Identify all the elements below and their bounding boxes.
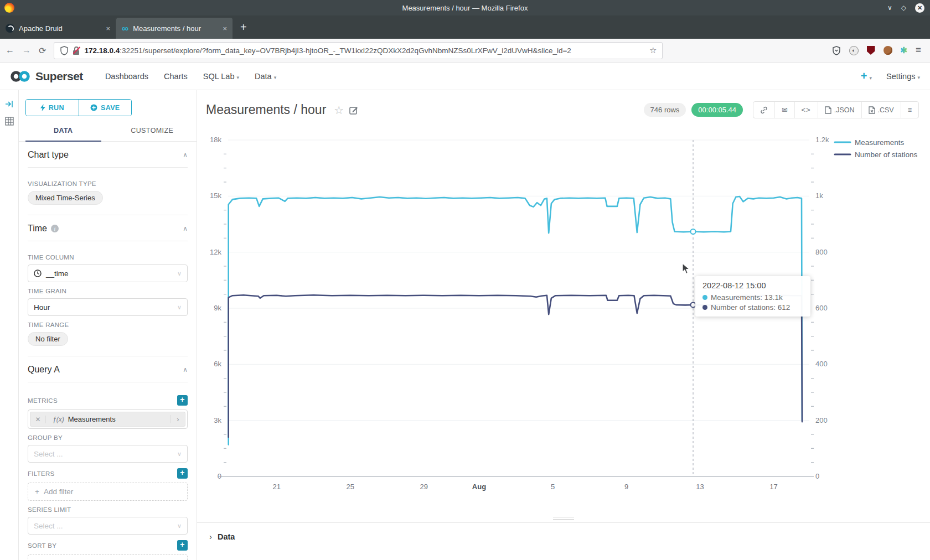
tab-label: Measurements / hour (133, 24, 218, 33)
url-text[interactable]: 172.18.0.4:32251/superset/explore/?form_… (84, 46, 645, 55)
svg-text:Number of stations: Number of stations (855, 151, 918, 159)
remove-metric-icon[interactable]: ✕ (30, 416, 46, 423)
data-results-panel[interactable]: › Data (197, 522, 930, 541)
row-count-badge: 746 rows (644, 103, 686, 117)
add-filter-dropzone[interactable]: +Add filter (28, 483, 188, 501)
reload-icon[interactable]: ⟳ (39, 45, 46, 56)
svg-text:21: 21 (273, 483, 281, 491)
plus-circle-icon (90, 104, 97, 111)
tracking-shield-icon[interactable] (60, 46, 69, 55)
embed-code-button[interactable]: <> (795, 102, 818, 118)
tooltip-row-stations: Number of stations: 612 (702, 303, 803, 312)
add-sort-metric-dropzone[interactable]: +Add metric (28, 554, 188, 560)
chevron-right-icon[interactable]: › (209, 532, 212, 541)
time-range-value[interactable]: No filter (28, 332, 68, 346)
metrics-box: ✕ ƒ(x) Measurements › (28, 409, 188, 429)
url-bar[interactable]: 172.18.0.4:32251/superset/explore/?form_… (54, 42, 663, 59)
new-item-button[interactable]: +▾ (861, 70, 872, 82)
superset-infinity-icon (10, 70, 31, 83)
ublock-icon[interactable] (867, 46, 875, 55)
back-icon[interactable]: ← (6, 45, 14, 55)
browser-toolbar: ← → ⟳ 172.18.0.4:32251/superset/explore/… (0, 39, 930, 63)
expand-panel-icon[interactable] (5, 100, 14, 108)
export-csv-button[interactable]: .CSV (862, 102, 901, 118)
tab-label: Apache Druid (19, 24, 101, 33)
chevron-right-icon[interactable]: › (170, 415, 185, 423)
time-grain-select[interactable]: Hour ∨ (28, 298, 188, 316)
tab-close-icon[interactable]: × (106, 24, 110, 33)
settings-menu[interactable]: Settings▾ (886, 72, 920, 81)
control-panel: RUN SAVE DATA CUSTOMIZE Chart type ∧ VIS… (19, 90, 197, 560)
menu-icon[interactable]: ≡ (916, 45, 921, 56)
svg-text:18k: 18k (210, 136, 221, 144)
time-grain-label: TIME GRAIN (28, 288, 188, 294)
save-button[interactable]: SAVE (79, 100, 132, 116)
superset-navbar: Superset Dashboards Charts SQL Lab▾ Data… (0, 63, 930, 90)
brand-name: Superset (35, 70, 83, 83)
metric-chip-measurements[interactable]: ✕ ƒ(x) Measurements › (30, 412, 185, 427)
minimize-icon[interactable]: ∨ (887, 4, 892, 11)
multi-account-icon[interactable]: ◐ (849, 46, 859, 55)
forward-icon[interactable]: → (22, 45, 31, 55)
clock-icon (34, 269, 42, 277)
chart-type-section-header[interactable]: Chart type ∧ (28, 142, 188, 168)
druid-favicon-icon (6, 24, 14, 33)
mixed-timeseries-chart[interactable]: 003k2006k4009k60012k80015k1k18k1.2k21252… (197, 129, 930, 495)
lightning-icon (40, 104, 45, 111)
tab-customize[interactable]: CUSTOMIZE (108, 120, 197, 141)
sort-by-label: SORT BY + (28, 540, 188, 551)
dataset-grid-icon[interactable] (5, 117, 14, 126)
info-icon: i (51, 225, 59, 232)
time-range-label: TIME RANGE (28, 322, 188, 328)
close-icon[interactable]: ✕ (915, 3, 924, 13)
pocket-shield-icon[interactable] (832, 46, 841, 55)
add-filter-plus-button[interactable]: + (177, 468, 188, 479)
superset-logo[interactable]: Superset (10, 70, 83, 83)
collapse-rail (0, 90, 19, 560)
copy-link-button[interactable] (753, 102, 775, 118)
nav-data[interactable]: Data▾ (247, 72, 284, 81)
panel-resize-handle[interactable] (553, 515, 574, 521)
maximize-icon[interactable]: ◇ (901, 4, 906, 11)
window-titlebar: Measurements / hour — Mozilla Firefox ∨ … (0, 0, 930, 15)
svg-text:6k: 6k (214, 360, 221, 368)
export-json-button[interactable]: .JSON (818, 102, 862, 118)
superset-favicon-icon: ∞ (122, 24, 128, 33)
add-metric-button[interactable]: + (177, 395, 188, 406)
bookmark-star-icon[interactable]: ☆ (649, 45, 657, 55)
chart-canvas[interactable]: 003k2006k4009k60012k80015k1k18k1.2k21252… (197, 129, 930, 495)
tab-data[interactable]: DATA (19, 120, 108, 141)
email-button[interactable]: ✉ (775, 102, 794, 118)
metrics-label: METRICS + (28, 395, 188, 406)
filters-label: FILTERS + (28, 468, 188, 479)
more-options-icon[interactable]: ≡ (901, 102, 918, 118)
tab-close-icon[interactable]: × (223, 24, 227, 33)
viz-type-value[interactable]: Mixed Time-Series (28, 191, 103, 205)
time-section-header[interactable]: Time i ∧ (28, 215, 188, 241)
series-limit-select[interactable]: Select ... ∨ (28, 517, 188, 535)
insecure-lock-icon[interactable] (73, 46, 80, 55)
file-icon (825, 106, 831, 114)
nav-charts[interactable]: Charts (156, 72, 195, 81)
tab-apache-druid[interactable]: Apache Druid × (0, 18, 116, 39)
mouse-cursor-icon (682, 263, 690, 274)
tab-measurements-hour[interactable]: ∞ Measurements / hour × (116, 18, 232, 39)
chevron-up-icon: ∧ (183, 366, 188, 374)
time-column-select[interactable]: __time ∨ (28, 265, 188, 282)
edit-properties-icon[interactable] (349, 106, 358, 115)
nav-sql-lab[interactable]: SQL Lab▾ (195, 72, 247, 81)
run-button[interactable]: RUN (26, 100, 79, 116)
nav-dashboards[interactable]: Dashboards (97, 72, 156, 81)
favorite-star-icon[interactable]: ☆ (334, 103, 344, 117)
cookie-extension-icon[interactable] (884, 46, 892, 55)
series-limit-label: SERIES LIMIT (28, 506, 188, 513)
new-tab-button[interactable]: + (232, 21, 255, 34)
query-a-section-header[interactable]: Query A ∧ (28, 356, 188, 382)
svg-text:9k: 9k (214, 304, 221, 312)
add-sort-metric-button[interactable]: + (177, 540, 188, 551)
svg-text:13: 13 (696, 483, 704, 491)
extension-asterisk-icon[interactable]: ✱ (901, 45, 908, 55)
svg-text:400: 400 (815, 360, 828, 368)
group-by-select[interactable]: Select ... ∨ (28, 445, 188, 463)
query-timer-badge: 00:00:05.44 (691, 103, 743, 117)
